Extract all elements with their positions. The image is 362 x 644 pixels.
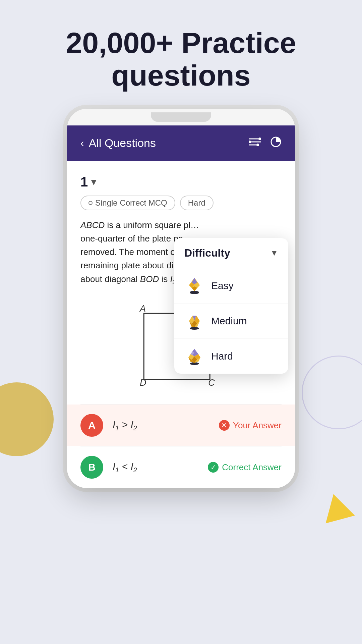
- hard-gem-icon: [184, 346, 204, 366]
- app-content: 1 ▾ Single Correct MCQ Hard ABCD is a un…: [67, 161, 295, 405]
- question-tags: Single Correct MCQ Hard: [80, 196, 282, 210]
- svg-point-3: [249, 141, 251, 143]
- phone-notch: [151, 112, 211, 122]
- phone-wrapper: ‹ All Questions: [0, 109, 362, 488]
- phone-top: [67, 109, 295, 125]
- answers-section: A I1 > I2 ✕ Your Answer B I1 < I2 ✓ Cor: [67, 404, 295, 488]
- header-title: All Questions: [89, 137, 156, 150]
- dropdown-chevron[interactable]: ▾: [91, 176, 96, 187]
- easy-label: Easy: [211, 280, 234, 291]
- svg-point-5: [256, 144, 259, 146]
- answer-circle-b: B: [80, 456, 103, 479]
- difficulty-tag: Hard: [180, 196, 214, 210]
- easy-gem-icon: [184, 276, 204, 296]
- answer-row-b: B I1 < I2 ✓ Correct Answer: [67, 446, 295, 488]
- correct-answer-label: ✓ Correct Answer: [208, 462, 282, 473]
- hard-label: Hard: [211, 351, 233, 362]
- medium-gem-icon: [184, 311, 204, 331]
- back-nav[interactable]: ‹ All Questions: [80, 137, 156, 150]
- svg-point-22: [190, 327, 199, 330]
- answer-text-a: I1 > I2: [113, 419, 137, 432]
- main-heading: 20,000+ Practice questions: [0, 0, 362, 109]
- stats-icon[interactable]: [270, 136, 282, 150]
- tag-dot: [88, 201, 93, 205]
- difficulty-dropdown: Difficulty ▼: [174, 238, 288, 374]
- difficulty-easy-item[interactable]: Easy: [174, 268, 288, 304]
- your-answer-label: ✕ Your Answer: [219, 420, 282, 431]
- answer-text-b: I1 < I2: [113, 461, 137, 474]
- dropdown-title: Difficulty: [184, 247, 230, 259]
- header-icons: [249, 136, 282, 150]
- bg-triangle-yellow: [319, 490, 355, 524]
- phone-mockup: ‹ All Questions: [67, 109, 295, 488]
- heading-line2: questions: [111, 59, 251, 92]
- difficulty-hard-item[interactable]: Hard: [174, 339, 288, 374]
- question-type-tag: Single Correct MCQ: [80, 196, 175, 210]
- answer-circle-a: A: [80, 414, 103, 437]
- svg-text:A: A: [139, 303, 146, 314]
- question-number: 1 ▾: [80, 174, 282, 190]
- app-header: ‹ All Questions: [67, 125, 295, 161]
- svg-text:D: D: [140, 377, 146, 388]
- medium-label: Medium: [211, 315, 247, 327]
- dropdown-header[interactable]: Difficulty ▼: [174, 238, 288, 268]
- heading-line1: 20,000+ Practice: [66, 26, 296, 59]
- svg-text:C: C: [208, 377, 215, 388]
- correct-icon: ✓: [208, 462, 219, 473]
- answer-row-a: A I1 > I2 ✕ Your Answer: [67, 405, 295, 446]
- svg-point-16: [190, 291, 199, 294]
- svg-point-1: [258, 138, 261, 140]
- wrong-icon: ✕: [219, 420, 230, 431]
- dropdown-arrow-icon: ▼: [270, 248, 278, 258]
- filter-icon[interactable]: [249, 137, 261, 150]
- difficulty-medium-item[interactable]: Medium: [174, 304, 288, 339]
- back-chevron-icon: ‹: [80, 137, 84, 149]
